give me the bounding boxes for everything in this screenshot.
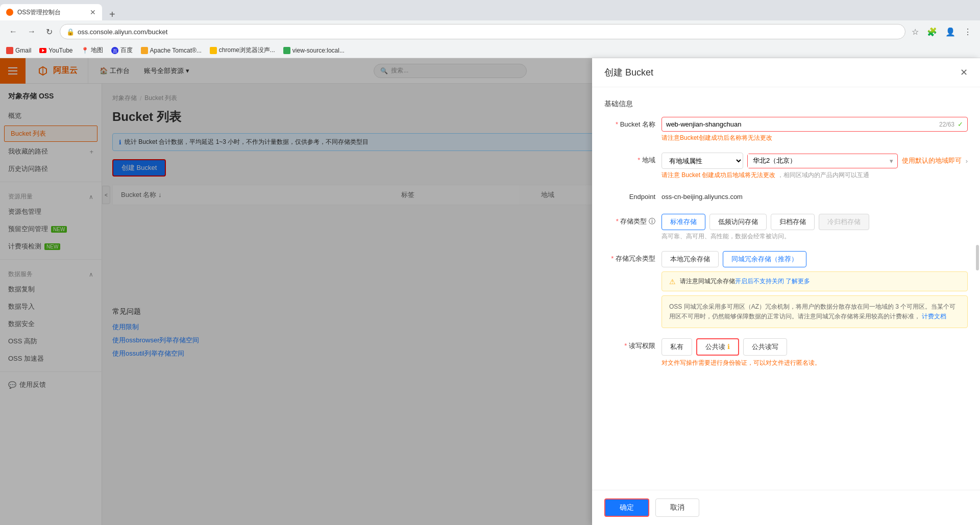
bookmark-baidu[interactable]: 百 百度 [111,46,133,55]
cancel-button[interactable]: 取消 [655,498,699,517]
create-bucket-drawer: 创建 Bucket ✕ 基础信息 Bucket 名称 22/63 ✓ 请注意Bu… [592,58,980,525]
tab-title: OSS管理控制台 [17,8,86,17]
bucket-name-count: 22/63 [939,121,954,128]
rw-permission-label: 读写权限 [604,338,655,351]
tab-bar: OSS管理控制台 ✕ + [0,0,980,20]
svg-point-0 [7,10,12,15]
bookmark-icon[interactable]: ☆ [910,25,921,39]
storage-type-row: 存储类型 ⓘ 标准存储 低频访问存储 归档存储 冷归档存储 高可靠、高可用、高性… [604,214,968,241]
redundancy-warning-text: 请注意同城冗余存储开启后不支持关闭 了解更多 [680,277,810,286]
bucket-name-control: 22/63 ✓ 请注意Bucket创建成功后名称将无法更改 [662,117,968,142]
region-hint: 请注意 Bucket 创建成功后地域将无法更改 ，相同区域内的产品内网可以互通 [662,171,968,180]
confirm-button[interactable]: 确定 [604,498,649,517]
lock-icon: 🔒 [66,28,75,36]
zone-redundancy-btn[interactable]: 同城冗余存储（推荐） [723,251,806,267]
bookmark-view-source[interactable]: view-source:local... [283,47,345,54]
bookmarks-bar: Gmail YouTube 📍 地图 百 百度 Apache Tomcat®..… [0,43,980,58]
redundancy-options: 本地冗余存储 同城冗余存储（推荐） [662,251,968,267]
storage-cold-archive-btn: 冷归档存储 [819,214,869,230]
bookmark-tomcat[interactable]: Apache Tomcat®... [141,47,202,54]
redundancy-warning-box: ⚠ 请注意同城冗余存储开启后不支持关闭 了解更多 [662,271,968,291]
drawer-close-button[interactable]: ✕ [960,67,968,78]
redundancy-control: 本地冗余存储 同城冗余存储（推荐） ⚠ 请注意同城冗余存储开启后不支持关闭 了解… [662,251,968,328]
drawer-body: 基础信息 Bucket 名称 22/63 ✓ 请注意Bucket创建成功后名称将… [592,87,980,490]
region-hint-normal: ，相同区域内的产品内网可以互通 [777,171,869,179]
address-bar[interactable]: 🔒 oss.console.aliyun.com/bucket [60,24,905,39]
bookmark-maps-label: 地图 [91,46,103,55]
maps-icon: 📍 [81,47,89,54]
bookmark-chrome[interactable]: chrome浏览器没声... [210,46,275,55]
menu-icon[interactable]: ⋮ [962,25,974,39]
bookmark-view-source-label: view-source:local... [292,47,345,54]
region-select-row: 有地域属性 ▾ 使用默认的地域即可 › [662,153,968,169]
bottom-spacer [604,378,968,398]
basic-info-title: 基础信息 [604,99,968,109]
bookmark-baidu-label: 百度 [120,46,133,55]
drawer-footer: 确定 取消 [592,490,980,525]
region-property-select[interactable]: 有地域属性 [662,153,743,169]
gmail-icon [6,47,13,54]
redundancy-detail-text: OSS 同城冗余采用多可用区（AZ）冗余机制，将用户的数据分散存放在同一地域的 … [669,303,955,320]
no-close-link[interactable]: 开启后不支持关闭 [735,278,784,285]
storage-type-label: 存储类型 ⓘ [604,214,655,226]
chrome-icon [210,47,217,54]
active-tab[interactable]: OSS管理控制台 ✕ [0,4,102,20]
bookmark-gmail[interactable]: Gmail [6,47,31,54]
rw-hint: 对文件写操作需要进行身份验证，可以对文件进行匿名读。 [662,359,968,367]
endpoint-row: Endpoint oss-cn-beijing.aliyuncs.com [604,190,968,204]
storage-standard-btn[interactable]: 标准存储 [662,214,705,230]
baidu-icon: 百 [111,47,118,54]
local-redundancy-btn[interactable]: 本地冗余存储 [662,251,719,267]
billing-doc-link[interactable]: 计费文档 [922,313,946,320]
bucket-name-hint: 请注意Bucket创建成功后名称将无法更改 [662,134,968,142]
public-read-btn[interactable]: 公共读 ℹ [696,338,739,356]
region-label: 地域 [604,153,655,165]
tab-close-icon[interactable]: ✕ [90,8,96,16]
svg-text:百: 百 [112,48,117,54]
bucket-name-valid-icon: ✓ [958,120,963,128]
warning-icon: ⚠ [669,278,676,286]
private-btn[interactable]: 私有 [662,338,692,356]
extensions-icon[interactable]: 🧩 [925,25,939,39]
drawer-header: 创建 Bucket ✕ [592,58,980,87]
storage-archive-btn[interactable]: 归档存储 [771,214,815,230]
new-tab-button[interactable]: + [104,9,120,20]
region-row: 地域 有地域属性 ▾ 使用默认的地域即可 › 请注意 Bucket 创建成功后地… [604,153,968,180]
bucket-name-label: Bucket 名称 [604,117,655,129]
region-hint-orange: 请注意 Bucket 创建成功后地域将无法更改 [662,171,775,179]
bookmark-gmail-label: Gmail [15,47,31,54]
region-value-input[interactable] [748,154,886,168]
region-control: 有地域属性 ▾ 使用默认的地域即可 › 请注意 Bucket 创建成功后地域将无… [662,153,968,180]
rw-permission-row: 读写权限 私有 公共读 ℹ 公共读写 对文件写操作需要进行身份验证，可以对文件进… [604,338,968,367]
view-source-icon [283,47,290,54]
redundancy-label: 存储冗余类型 [604,251,655,263]
endpoint-control: oss-cn-beijing.aliyuncs.com [662,190,968,204]
storage-type-control: 标准存储 低频访问存储 归档存储 冷归档存储 高可靠、高可用、高性能，数据会经常… [662,214,968,241]
region-dropdown-icon[interactable]: ▾ [886,157,897,165]
forward-button[interactable]: → [24,25,39,38]
bookmark-chrome-label: chrome浏览器没声... [219,46,275,55]
profile-icon[interactable]: 👤 [943,25,958,39]
bucket-name-input[interactable] [666,117,935,131]
bucket-name-input-wrapper: 22/63 ✓ [662,117,968,132]
reload-button[interactable]: ↻ [43,25,56,39]
bookmark-youtube[interactable]: YouTube [39,47,72,54]
rw-permission-options: 私有 公共读 ℹ 公共读写 [662,338,968,356]
bookmark-maps[interactable]: 📍 地图 [81,46,103,55]
url-text: oss.console.aliyun.com/bucket [78,28,899,36]
nav-icons: ☆ 🧩 👤 ⋮ [910,25,974,39]
storage-type-options: 标准存储 低频访问存储 归档存储 冷归档存储 [662,214,968,230]
region-value-wrapper: ▾ [747,154,898,168]
endpoint-label: Endpoint [604,190,655,201]
endpoint-value: oss-cn-beijing.aliyuncs.com [662,190,968,204]
back-button[interactable]: ← [6,25,20,38]
tab-favicon [6,9,13,16]
learn-more-link[interactable]: 了解更多 [786,278,810,285]
tomcat-icon [141,47,148,54]
youtube-icon [39,48,46,53]
scrollbar-indicator[interactable] [976,245,979,270]
public-read-write-btn[interactable]: 公共读写 [743,338,787,356]
redundancy-detail-box: OSS 同城冗余采用多可用区（AZ）冗余机制，将用户的数据分散存放在同一地域的 … [662,295,968,328]
region-arrow-icon: › [966,157,968,165]
storage-infrequent-btn[interactable]: 低频访问存储 [709,214,767,230]
